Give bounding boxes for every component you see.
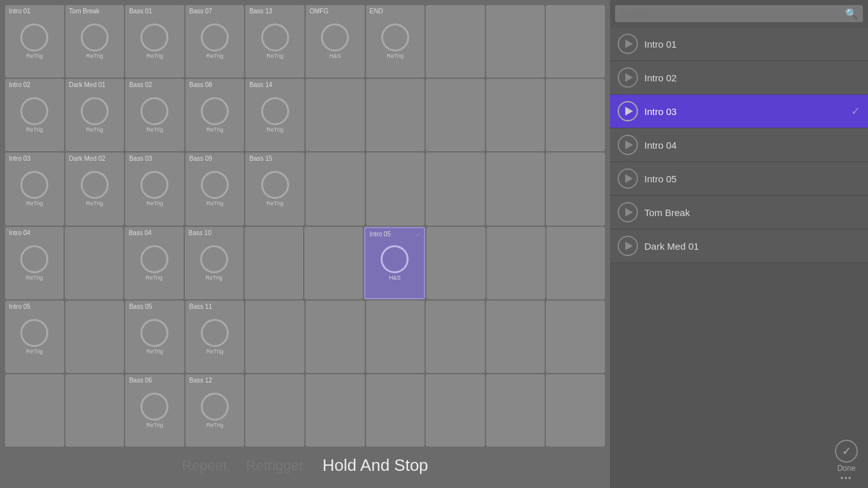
knob-4-0[interactable] bbox=[20, 319, 48, 347]
list-item-intro04[interactable]: Intro 04 bbox=[610, 128, 868, 162]
cell-0-5[interactable]: OMFGH&S bbox=[306, 5, 365, 78]
cell-0-6[interactable]: ENDReTrig bbox=[366, 5, 425, 78]
cell-4-4[interactable] bbox=[245, 301, 304, 373]
cell-1-4[interactable]: Bass 14ReTrig bbox=[245, 79, 304, 151]
cell-2-5[interactable] bbox=[306, 152, 365, 225]
cell-3-4[interactable] bbox=[245, 227, 303, 299]
cell-1-2[interactable]: Bass 02ReTrig bbox=[125, 79, 184, 151]
cell-5-8[interactable] bbox=[486, 374, 545, 447]
cell-4-9[interactable] bbox=[546, 301, 605, 373]
cell-1-7[interactable] bbox=[426, 79, 485, 151]
cell-5-5[interactable] bbox=[306, 374, 365, 447]
list-item-tombreak[interactable]: Tom Break bbox=[610, 196, 868, 229]
knob-1-2[interactable] bbox=[140, 97, 168, 125]
knob-1-3[interactable] bbox=[201, 97, 229, 125]
cell-5-9[interactable] bbox=[546, 374, 605, 447]
cell-3-6[interactable]: Intro 05✓H&S bbox=[364, 227, 425, 299]
cell-4-3[interactable]: Bass 11ReTrig bbox=[186, 301, 245, 373]
done-button[interactable]: ✓ Done ••• bbox=[835, 440, 858, 483]
knob-2-3[interactable] bbox=[201, 171, 229, 199]
cell-3-5[interactable] bbox=[304, 227, 363, 299]
play-btn-intro02[interactable] bbox=[618, 67, 638, 88]
list-item-intro03[interactable]: Intro 03✓ bbox=[610, 95, 868, 128]
cell-4-0[interactable]: Intro 05ReTrig bbox=[5, 301, 64, 373]
cell-3-7[interactable] bbox=[426, 227, 485, 299]
cell-2-8[interactable] bbox=[486, 152, 545, 225]
cell-5-7[interactable] bbox=[426, 374, 485, 447]
cell-4-6[interactable] bbox=[366, 301, 425, 373]
knob-0-6[interactable] bbox=[381, 24, 409, 51]
cell-4-7[interactable] bbox=[426, 301, 485, 373]
cell-2-9[interactable] bbox=[546, 152, 605, 225]
knob-1-0[interactable] bbox=[20, 97, 48, 125]
cell-4-1[interactable] bbox=[65, 301, 125, 373]
cell-3-8[interactable] bbox=[487, 227, 545, 299]
knob-0-0[interactable] bbox=[20, 24, 48, 51]
cell-1-1[interactable]: Dark Med 01ReTrig bbox=[65, 79, 125, 151]
knob-2-4[interactable] bbox=[261, 171, 289, 199]
repeat-label[interactable]: Repeat bbox=[182, 458, 227, 474]
cell-5-0[interactable] bbox=[5, 374, 64, 447]
cell-0-2[interactable]: Bass 01ReTrig bbox=[125, 5, 184, 78]
play-btn-intro05[interactable] bbox=[618, 168, 638, 189]
knob-0-1[interactable] bbox=[81, 24, 109, 51]
list-item-intro01[interactable]: Intro 01 bbox=[610, 27, 868, 61]
play-btn-intro01[interactable] bbox=[618, 34, 638, 54]
cell-2-2[interactable]: Bass 03ReTrig bbox=[125, 152, 184, 225]
play-btn-intro04[interactable] bbox=[618, 135, 638, 155]
knob-0-3[interactable] bbox=[201, 24, 229, 51]
knob-0-2[interactable] bbox=[140, 24, 168, 51]
cell-2-0[interactable]: Intro 03ReTrig bbox=[5, 152, 64, 225]
search-input[interactable] bbox=[620, 9, 845, 19]
cell-1-6[interactable] bbox=[366, 79, 425, 151]
knob-1-4[interactable] bbox=[261, 97, 289, 125]
cell-0-9[interactable] bbox=[546, 5, 605, 78]
cell-3-0[interactable]: Intro 04ReTrig bbox=[5, 227, 64, 299]
knob-2-0[interactable] bbox=[20, 171, 48, 199]
cell-4-5[interactable] bbox=[306, 301, 365, 373]
knob-5-3[interactable] bbox=[201, 393, 229, 421]
knob-3-3[interactable] bbox=[200, 245, 228, 273]
cell-3-9[interactable] bbox=[546, 227, 605, 299]
cell-1-5[interactable] bbox=[306, 79, 365, 151]
play-btn-intro03[interactable] bbox=[618, 101, 638, 121]
cell-0-0[interactable]: Intro 01ReTrig bbox=[5, 5, 64, 78]
knob-5-2[interactable] bbox=[140, 393, 168, 421]
cell-1-9[interactable] bbox=[546, 79, 605, 151]
list-item-intro02[interactable]: Intro 02 bbox=[610, 61, 868, 95]
cell-0-7[interactable] bbox=[426, 5, 485, 78]
cell-5-2[interactable]: Bass 06ReTrig bbox=[125, 374, 184, 447]
knob-2-2[interactable] bbox=[140, 171, 168, 199]
cell-3-2[interactable]: Bass 04ReTrig bbox=[125, 227, 183, 299]
hold-and-stop-label[interactable]: Hold And Stop bbox=[323, 456, 428, 475]
cell-2-1[interactable]: Dark Med 02ReTrig bbox=[65, 152, 125, 225]
cell-5-3[interactable]: Bass 12ReTrig bbox=[186, 374, 245, 447]
knob-4-2[interactable] bbox=[140, 319, 168, 347]
cell-2-4[interactable]: Bass 15ReTrig bbox=[245, 152, 304, 225]
cell-5-1[interactable] bbox=[65, 374, 125, 447]
retrigger-label[interactable]: Retrigger bbox=[246, 458, 303, 474]
cell-5-6[interactable] bbox=[366, 374, 425, 447]
cell-0-3[interactable]: Bass 07ReTrig bbox=[186, 5, 245, 78]
cell-5-4[interactable] bbox=[245, 374, 304, 447]
cell-2-7[interactable] bbox=[426, 152, 485, 225]
cell-3-3[interactable]: Bass 10ReTrig bbox=[185, 227, 243, 299]
cell-0-1[interactable]: Tom BreakReTrig bbox=[65, 5, 125, 78]
knob-0-4[interactable] bbox=[261, 24, 289, 51]
cell-1-8[interactable] bbox=[486, 79, 545, 151]
cell-0-8[interactable] bbox=[486, 5, 545, 78]
knob-3-0[interactable] bbox=[20, 245, 48, 273]
knob-0-5[interactable] bbox=[321, 24, 349, 51]
play-btn-tombreak[interactable] bbox=[618, 202, 638, 222]
cell-3-1[interactable] bbox=[65, 227, 123, 299]
knob-3-2[interactable] bbox=[140, 245, 168, 273]
cell-1-3[interactable]: Bass 08ReTrig bbox=[186, 79, 245, 151]
cell-4-2[interactable]: Bass 05ReTrig bbox=[125, 301, 184, 373]
knob-1-1[interactable] bbox=[81, 97, 109, 125]
knob-3-6[interactable] bbox=[381, 245, 409, 273]
knob-2-1[interactable] bbox=[81, 171, 109, 199]
cell-4-8[interactable] bbox=[486, 301, 545, 373]
play-btn-darkmed01[interactable] bbox=[618, 236, 638, 256]
list-item-intro05[interactable]: Intro 05 bbox=[610, 162, 868, 196]
knob-4-3[interactable] bbox=[201, 319, 229, 347]
